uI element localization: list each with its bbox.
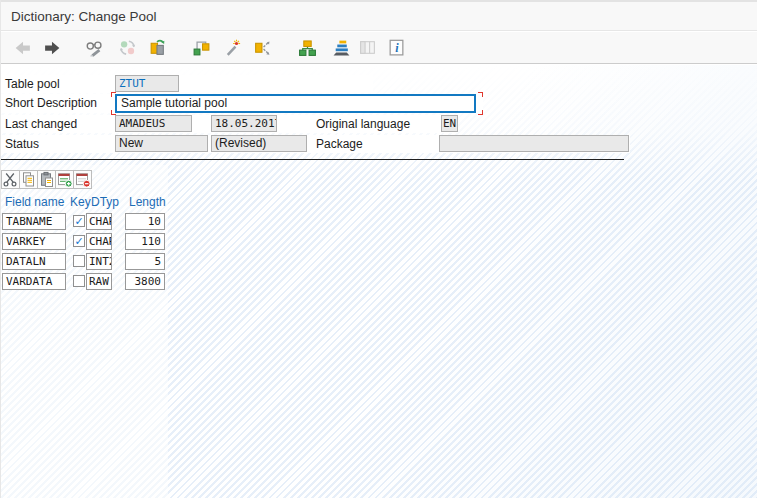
insert-line-icon: [56, 171, 73, 188]
table-pool-label: Table pool: [5, 77, 60, 91]
length-input[interactable]: 10: [125, 213, 165, 230]
copy-icon: [20, 171, 37, 188]
hierarchy-button[interactable]: [298, 37, 318, 57]
cut-scissors-icon: [2, 171, 19, 188]
content-area: Table pool ZTUT Short Description Sample…: [1, 65, 757, 498]
magic-wand-icon: [223, 38, 242, 57]
status-field[interactable]: New: [115, 135, 208, 152]
glasses-pencil-icon: [85, 38, 104, 57]
dtyp-input[interactable]: INT2: [86, 253, 112, 270]
length-input[interactable]: 110: [125, 233, 165, 250]
package-label: Package: [316, 137, 363, 151]
status-label: Status: [5, 137, 39, 151]
where-used-button[interactable]: [192, 37, 212, 57]
delete-line-button[interactable]: [73, 170, 92, 189]
display-change-button[interactable]: [85, 37, 105, 57]
paste-clipboard-icon: [38, 171, 55, 188]
paste-special-icon: [148, 38, 167, 57]
original-language-field[interactable]: EN: [441, 115, 458, 132]
refresh-button[interactable]: [118, 37, 138, 57]
forward-button[interactable]: [43, 37, 63, 57]
last-changed-label: Last changed: [5, 117, 77, 131]
key-checkbox[interactable]: [73, 255, 85, 267]
dtyp-input[interactable]: CHAR: [86, 233, 112, 250]
table-view-button[interactable]: [358, 37, 378, 57]
key-checkbox[interactable]: ✓: [73, 215, 85, 227]
cut-button[interactable]: [1, 170, 20, 189]
sort-list-icon: [332, 38, 351, 57]
status-revised-field[interactable]: (Revised): [211, 135, 307, 152]
delete-line-icon: [74, 171, 91, 188]
insert-line-button[interactable]: [55, 170, 74, 189]
dtyp-input[interactable]: RAW: [86, 273, 112, 290]
length-input[interactable]: 3800: [125, 273, 165, 290]
information-icon: i: [387, 38, 406, 57]
back-arrow-icon: [13, 38, 32, 57]
checkmark-icon: ✓: [74, 236, 84, 247]
window-titlebar: Dictionary: Change Pool: [1, 0, 757, 31]
table-grid-icon: [358, 38, 377, 57]
column-header-key: Key: [70, 195, 91, 209]
split-arrows-icon: [253, 38, 272, 57]
selection-corner-icon: [478, 110, 483, 115]
sort-list-button[interactable]: [332, 37, 352, 57]
navigate-button[interactable]: [253, 37, 273, 57]
copy-button[interactable]: [19, 170, 38, 189]
field-name-input[interactable]: TABNAME: [2, 213, 66, 230]
package-field[interactable]: [439, 135, 629, 152]
paste-special-button[interactable]: [148, 37, 168, 57]
short-description-field[interactable]: Sample tutorial pool: [115, 94, 476, 113]
forward-arrow-icon: [43, 38, 62, 57]
linked-objects-icon: [192, 38, 211, 57]
original-language-label: Original language: [316, 117, 410, 131]
form-row-table-pool: Table pool ZTUT: [1, 75, 373, 93]
page-title: Dictionary: Change Pool: [11, 9, 157, 24]
last-changed-date-field[interactable]: 18.05.2017: [211, 115, 277, 132]
dtyp-input[interactable]: CHAR: [86, 213, 112, 230]
last-changed-user-field[interactable]: AMADEUS: [115, 115, 192, 132]
hierarchy-icon: [298, 38, 317, 57]
column-header-dtyp: DTyp: [91, 195, 119, 209]
field-name-input[interactable]: VARDATA: [2, 273, 66, 290]
paste-button[interactable]: [37, 170, 56, 189]
form-row-short-description: Short Description Sample tutorial pool: [1, 94, 483, 113]
short-description-label: Short Description: [5, 96, 97, 110]
field-name-input[interactable]: VARKEY: [2, 233, 66, 250]
information-button[interactable]: i: [387, 37, 407, 57]
refresh-icon: [118, 38, 137, 57]
field-name-input[interactable]: DATALN: [2, 253, 66, 270]
selection-corner-icon: [478, 92, 483, 97]
column-header-length: Length: [129, 195, 166, 209]
checkmark-icon: ✓: [74, 216, 84, 227]
form-row-last-changed: Last changed AMADEUS 18.05.2017 Original…: [1, 115, 458, 133]
column-header-field-name: Field name: [5, 195, 64, 209]
back-button[interactable]: [13, 37, 33, 57]
key-checkbox[interactable]: ✓: [73, 235, 85, 247]
main-toolbar: i: [1, 32, 757, 64]
separator-line: [1, 159, 624, 160]
grid-toolbar: [1, 170, 92, 189]
sap-window: Dictionary: Change Pool: [0, 0, 757, 498]
key-checkbox[interactable]: [73, 275, 85, 287]
form-row-status: Status New (Revised) Package: [1, 135, 630, 153]
table-pool-field[interactable]: ZTUT: [115, 75, 179, 92]
length-input[interactable]: 5: [125, 253, 165, 270]
pattern-button[interactable]: [223, 37, 243, 57]
